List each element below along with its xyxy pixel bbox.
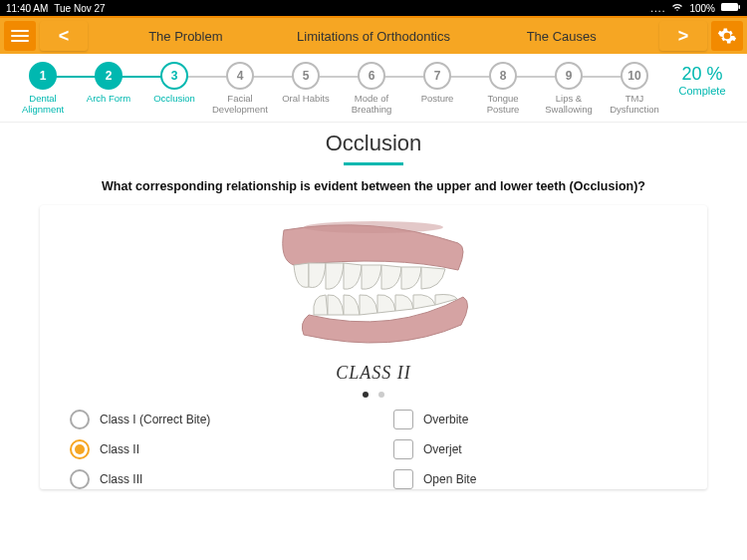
step-1[interactable]: 1Dental Alignment bbox=[10, 62, 76, 116]
radio-label: Class III bbox=[100, 472, 142, 486]
content: Occlusion What corresponding relationshi… bbox=[0, 123, 747, 499]
prev-button[interactable]: < bbox=[40, 21, 88, 51]
step-label: Tongue Posture bbox=[473, 94, 533, 116]
radio-option[interactable]: Class I (Correct Bite) bbox=[70, 410, 354, 429]
step-5[interactable]: 5Oral Habits bbox=[273, 62, 339, 105]
step-circle: 8 bbox=[489, 62, 517, 90]
wifi-icon bbox=[671, 2, 683, 14]
top-nav: < The Problem Limitations of Orthodontic… bbox=[0, 16, 747, 54]
options: Class I (Correct Bite)Class IIClass III … bbox=[70, 410, 677, 489]
step-label: TMJ Dysfunction bbox=[605, 94, 664, 116]
checkbox-label: Open Bite bbox=[423, 472, 476, 486]
step-8[interactable]: 8Tongue Posture bbox=[470, 62, 536, 116]
next-button[interactable]: > bbox=[659, 21, 707, 51]
radio-icon bbox=[70, 439, 90, 459]
step-circle: 10 bbox=[621, 62, 648, 90]
step-7[interactable]: 7Posture bbox=[404, 62, 470, 105]
radio-label: Class II bbox=[100, 442, 139, 456]
title-underline bbox=[344, 162, 403, 165]
step-9[interactable]: 9Lips & Swallowing bbox=[536, 62, 602, 116]
page-dots bbox=[70, 392, 677, 398]
status-dots-icon: .... bbox=[650, 3, 665, 14]
status-bar: 11:40 AM Tue Nov 27 .... 100% bbox=[0, 0, 747, 16]
section-title: Occlusion bbox=[40, 131, 707, 156]
tab-problem[interactable]: The Problem bbox=[92, 21, 280, 52]
svg-rect-1 bbox=[739, 5, 741, 9]
checkbox-option[interactable]: Overbite bbox=[393, 410, 677, 429]
checkbox-option[interactable]: Overjet bbox=[393, 439, 677, 459]
step-circle: 2 bbox=[95, 62, 123, 90]
step-4[interactable]: 4Facial Development bbox=[207, 62, 273, 116]
step-circle: 6 bbox=[358, 62, 385, 90]
step-label: Occlusion bbox=[153, 94, 195, 105]
step-circle: 9 bbox=[555, 62, 583, 90]
radio-option[interactable]: Class II bbox=[70, 439, 354, 459]
step-circle: 5 bbox=[292, 62, 320, 90]
step-3[interactable]: 3Occlusion bbox=[141, 62, 207, 105]
svg-point-2 bbox=[304, 221, 443, 233]
radio-label: Class I (Correct Bite) bbox=[100, 413, 210, 426]
checkbox-icon bbox=[393, 410, 413, 429]
svg-rect-0 bbox=[721, 3, 738, 11]
step-2[interactable]: 2Arch Form bbox=[76, 62, 141, 105]
step-circle: 4 bbox=[226, 62, 254, 90]
checkbox-label: Overjet bbox=[423, 442, 462, 456]
completion-indicator: 20 % Complete bbox=[667, 62, 737, 97]
gear-icon bbox=[717, 26, 737, 46]
tab-limitations[interactable]: Limitations of Orthodontics bbox=[280, 21, 468, 52]
nav-tabs: The Problem Limitations of Orthodontics … bbox=[92, 21, 655, 52]
page-dot[interactable] bbox=[363, 392, 369, 398]
question-text: What corresponding relationship is evide… bbox=[40, 179, 707, 193]
progress-stepper: 1Dental Alignment2Arch Form3Occlusion4Fa… bbox=[0, 54, 747, 123]
radio-icon bbox=[70, 410, 90, 429]
checkbox-label: Overbite bbox=[423, 413, 468, 426]
occlusion-illustration: CLASS II bbox=[254, 215, 493, 384]
tab-causes[interactable]: The Causes bbox=[467, 21, 655, 52]
menu-button[interactable] bbox=[4, 21, 36, 51]
step-10[interactable]: 10TMJ Dysfunction bbox=[602, 62, 667, 116]
checkbox-icon bbox=[393, 469, 413, 489]
radio-icon bbox=[70, 469, 90, 489]
status-time: 11:40 AM bbox=[6, 3, 48, 14]
status-date: Tue Nov 27 bbox=[54, 3, 105, 14]
question-card: CLASS II Class I (Correct Bite)Class IIC… bbox=[40, 205, 707, 489]
step-label: Lips & Swallowing bbox=[539, 94, 599, 116]
page-dot[interactable] bbox=[378, 392, 384, 398]
step-circle: 1 bbox=[29, 62, 57, 90]
step-label: Oral Habits bbox=[282, 94, 330, 105]
step-label: Dental Alignment bbox=[13, 94, 73, 116]
radio-option[interactable]: Class III bbox=[70, 469, 354, 489]
step-label: Arch Form bbox=[87, 94, 130, 105]
step-label: Mode of Breathing bbox=[342, 94, 401, 116]
completion-pct: 20 % bbox=[667, 64, 737, 85]
checkbox-icon bbox=[393, 439, 413, 459]
step-label: Facial Development bbox=[210, 94, 270, 116]
step-label: Posture bbox=[421, 94, 454, 105]
settings-button[interactable] bbox=[711, 21, 743, 51]
battery-icon bbox=[721, 2, 741, 14]
completion-label: Complete bbox=[667, 85, 737, 97]
step-circle: 3 bbox=[160, 62, 188, 90]
illustration-caption: CLASS II bbox=[254, 363, 493, 384]
checkbox-option[interactable]: Open Bite bbox=[393, 469, 677, 489]
step-circle: 7 bbox=[423, 62, 451, 90]
step-6[interactable]: 6Mode of Breathing bbox=[339, 62, 404, 116]
battery-pct: 100% bbox=[689, 3, 715, 14]
